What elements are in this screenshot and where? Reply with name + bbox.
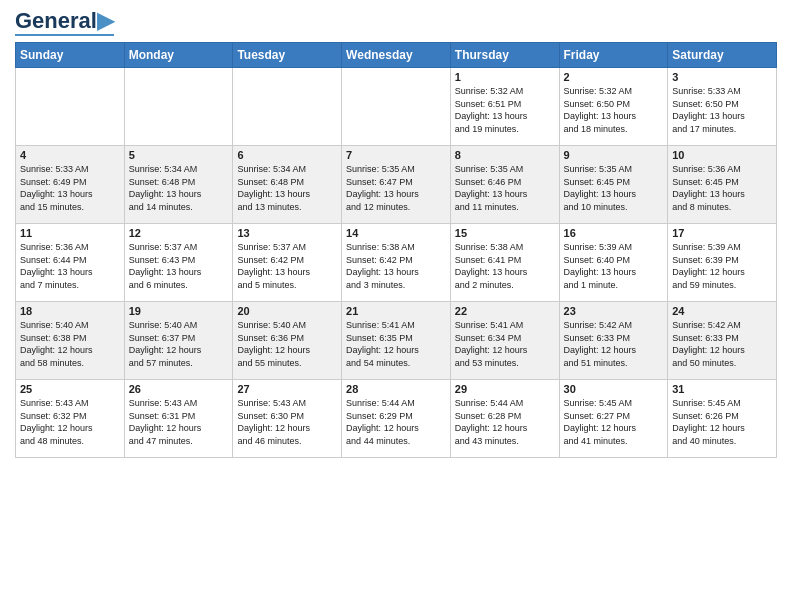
- cell-info: Sunrise: 5:40 AM Sunset: 6:38 PM Dayligh…: [20, 319, 120, 369]
- calendar-cell: 31Sunrise: 5:45 AM Sunset: 6:26 PM Dayli…: [668, 380, 777, 458]
- calendar-cell: 10Sunrise: 5:36 AM Sunset: 6:45 PM Dayli…: [668, 146, 777, 224]
- day-number: 6: [237, 149, 337, 161]
- day-number: 30: [564, 383, 664, 395]
- day-number: 8: [455, 149, 555, 161]
- cell-info: Sunrise: 5:37 AM Sunset: 6:43 PM Dayligh…: [129, 241, 229, 291]
- calendar-cell: 17Sunrise: 5:39 AM Sunset: 6:39 PM Dayli…: [668, 224, 777, 302]
- calendar-cell: 29Sunrise: 5:44 AM Sunset: 6:28 PM Dayli…: [450, 380, 559, 458]
- day-number: 3: [672, 71, 772, 83]
- logo: General▶: [15, 10, 114, 36]
- day-number: 17: [672, 227, 772, 239]
- day-number: 4: [20, 149, 120, 161]
- calendar-cell: 19Sunrise: 5:40 AM Sunset: 6:37 PM Dayli…: [124, 302, 233, 380]
- calendar-cell: 28Sunrise: 5:44 AM Sunset: 6:29 PM Dayli…: [342, 380, 451, 458]
- cell-info: Sunrise: 5:33 AM Sunset: 6:50 PM Dayligh…: [672, 85, 772, 135]
- cell-info: Sunrise: 5:32 AM Sunset: 6:51 PM Dayligh…: [455, 85, 555, 135]
- calendar-week-row: 1Sunrise: 5:32 AM Sunset: 6:51 PM Daylig…: [16, 68, 777, 146]
- calendar-cell: 25Sunrise: 5:43 AM Sunset: 6:32 PM Dayli…: [16, 380, 125, 458]
- cell-info: Sunrise: 5:37 AM Sunset: 6:42 PM Dayligh…: [237, 241, 337, 291]
- logo-blue: ▶: [97, 8, 114, 33]
- cell-info: Sunrise: 5:39 AM Sunset: 6:40 PM Dayligh…: [564, 241, 664, 291]
- cell-info: Sunrise: 5:36 AM Sunset: 6:45 PM Dayligh…: [672, 163, 772, 213]
- cell-info: Sunrise: 5:33 AM Sunset: 6:49 PM Dayligh…: [20, 163, 120, 213]
- calendar-cell: 23Sunrise: 5:42 AM Sunset: 6:33 PM Dayli…: [559, 302, 668, 380]
- calendar-cell: 27Sunrise: 5:43 AM Sunset: 6:30 PM Dayli…: [233, 380, 342, 458]
- day-number: 5: [129, 149, 229, 161]
- cell-info: Sunrise: 5:35 AM Sunset: 6:45 PM Dayligh…: [564, 163, 664, 213]
- calendar-cell: [342, 68, 451, 146]
- weekday-header: Saturday: [668, 43, 777, 68]
- weekday-header: Wednesday: [342, 43, 451, 68]
- cell-info: Sunrise: 5:39 AM Sunset: 6:39 PM Dayligh…: [672, 241, 772, 291]
- calendar-cell: 8Sunrise: 5:35 AM Sunset: 6:46 PM Daylig…: [450, 146, 559, 224]
- day-number: 21: [346, 305, 446, 317]
- calendar-cell: 26Sunrise: 5:43 AM Sunset: 6:31 PM Dayli…: [124, 380, 233, 458]
- cell-info: Sunrise: 5:42 AM Sunset: 6:33 PM Dayligh…: [672, 319, 772, 369]
- calendar-cell: 5Sunrise: 5:34 AM Sunset: 6:48 PM Daylig…: [124, 146, 233, 224]
- calendar-cell: 2Sunrise: 5:32 AM Sunset: 6:50 PM Daylig…: [559, 68, 668, 146]
- calendar-week-row: 25Sunrise: 5:43 AM Sunset: 6:32 PM Dayli…: [16, 380, 777, 458]
- day-number: 24: [672, 305, 772, 317]
- calendar-cell: 7Sunrise: 5:35 AM Sunset: 6:47 PM Daylig…: [342, 146, 451, 224]
- calendar-cell: 9Sunrise: 5:35 AM Sunset: 6:45 PM Daylig…: [559, 146, 668, 224]
- day-number: 26: [129, 383, 229, 395]
- cell-info: Sunrise: 5:40 AM Sunset: 6:37 PM Dayligh…: [129, 319, 229, 369]
- day-number: 18: [20, 305, 120, 317]
- calendar-cell: 11Sunrise: 5:36 AM Sunset: 6:44 PM Dayli…: [16, 224, 125, 302]
- day-number: 28: [346, 383, 446, 395]
- logo-general: General: [15, 8, 97, 33]
- calendar-cell: [16, 68, 125, 146]
- day-number: 9: [564, 149, 664, 161]
- calendar-cell: 14Sunrise: 5:38 AM Sunset: 6:42 PM Dayli…: [342, 224, 451, 302]
- day-number: 2: [564, 71, 664, 83]
- day-number: 11: [20, 227, 120, 239]
- calendar-cell: [124, 68, 233, 146]
- page-container: General▶ SundayMondayTuesdayWednesdayThu…: [0, 0, 792, 463]
- calendar-week-row: 18Sunrise: 5:40 AM Sunset: 6:38 PM Dayli…: [16, 302, 777, 380]
- day-number: 19: [129, 305, 229, 317]
- calendar-cell: 15Sunrise: 5:38 AM Sunset: 6:41 PM Dayli…: [450, 224, 559, 302]
- day-number: 13: [237, 227, 337, 239]
- calendar-cell: [233, 68, 342, 146]
- cell-info: Sunrise: 5:38 AM Sunset: 6:42 PM Dayligh…: [346, 241, 446, 291]
- cell-info: Sunrise: 5:36 AM Sunset: 6:44 PM Dayligh…: [20, 241, 120, 291]
- cell-info: Sunrise: 5:45 AM Sunset: 6:27 PM Dayligh…: [564, 397, 664, 447]
- day-number: 1: [455, 71, 555, 83]
- calendar-week-row: 11Sunrise: 5:36 AM Sunset: 6:44 PM Dayli…: [16, 224, 777, 302]
- day-number: 15: [455, 227, 555, 239]
- calendar-week-row: 4Sunrise: 5:33 AM Sunset: 6:49 PM Daylig…: [16, 146, 777, 224]
- cell-info: Sunrise: 5:43 AM Sunset: 6:32 PM Dayligh…: [20, 397, 120, 447]
- day-number: 7: [346, 149, 446, 161]
- cell-info: Sunrise: 5:35 AM Sunset: 6:47 PM Dayligh…: [346, 163, 446, 213]
- calendar-cell: 18Sunrise: 5:40 AM Sunset: 6:38 PM Dayli…: [16, 302, 125, 380]
- calendar-cell: 22Sunrise: 5:41 AM Sunset: 6:34 PM Dayli…: [450, 302, 559, 380]
- logo-text: General▶: [15, 10, 114, 32]
- day-number: 10: [672, 149, 772, 161]
- day-number: 23: [564, 305, 664, 317]
- day-number: 20: [237, 305, 337, 317]
- weekday-header: Friday: [559, 43, 668, 68]
- day-number: 25: [20, 383, 120, 395]
- calendar-cell: 13Sunrise: 5:37 AM Sunset: 6:42 PM Dayli…: [233, 224, 342, 302]
- cell-info: Sunrise: 5:34 AM Sunset: 6:48 PM Dayligh…: [129, 163, 229, 213]
- cell-info: Sunrise: 5:43 AM Sunset: 6:31 PM Dayligh…: [129, 397, 229, 447]
- day-number: 27: [237, 383, 337, 395]
- weekday-header: Thursday: [450, 43, 559, 68]
- day-number: 31: [672, 383, 772, 395]
- calendar-cell: 30Sunrise: 5:45 AM Sunset: 6:27 PM Dayli…: [559, 380, 668, 458]
- cell-info: Sunrise: 5:44 AM Sunset: 6:29 PM Dayligh…: [346, 397, 446, 447]
- calendar-cell: 12Sunrise: 5:37 AM Sunset: 6:43 PM Dayli…: [124, 224, 233, 302]
- calendar-cell: 1Sunrise: 5:32 AM Sunset: 6:51 PM Daylig…: [450, 68, 559, 146]
- calendar-cell: 24Sunrise: 5:42 AM Sunset: 6:33 PM Dayli…: [668, 302, 777, 380]
- header: General▶: [15, 10, 777, 36]
- cell-info: Sunrise: 5:35 AM Sunset: 6:46 PM Dayligh…: [455, 163, 555, 213]
- cell-info: Sunrise: 5:45 AM Sunset: 6:26 PM Dayligh…: [672, 397, 772, 447]
- cell-info: Sunrise: 5:32 AM Sunset: 6:50 PM Dayligh…: [564, 85, 664, 135]
- cell-info: Sunrise: 5:40 AM Sunset: 6:36 PM Dayligh…: [237, 319, 337, 369]
- calendar-cell: 4Sunrise: 5:33 AM Sunset: 6:49 PM Daylig…: [16, 146, 125, 224]
- day-number: 22: [455, 305, 555, 317]
- day-number: 29: [455, 383, 555, 395]
- weekday-header: Monday: [124, 43, 233, 68]
- calendar-cell: 6Sunrise: 5:34 AM Sunset: 6:48 PM Daylig…: [233, 146, 342, 224]
- cell-info: Sunrise: 5:41 AM Sunset: 6:35 PM Dayligh…: [346, 319, 446, 369]
